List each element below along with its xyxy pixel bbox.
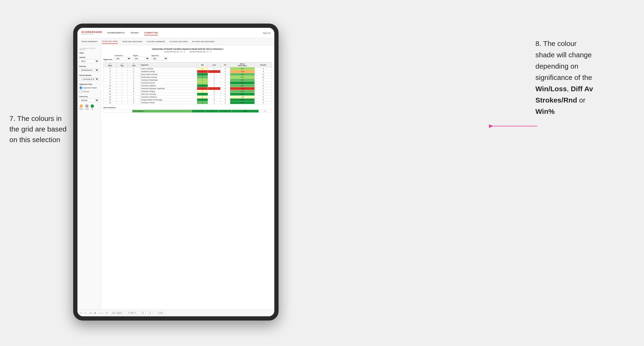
subnav-team-summary[interactable]: TEAM SUMMARY [81, 40, 98, 44]
sidebar-opponent-view-label: Opponent View [79, 83, 99, 85]
forward-icon[interactable]: ⟶ [89, 312, 92, 314]
cell-diff: 3.67 [230, 79, 254, 82]
cell-opponent: Vanderbilt University [140, 70, 197, 73]
sidebar-gender-select[interactable]: Men's [79, 59, 99, 63]
col-loss: Loss [208, 62, 220, 67]
sidebar-division-select[interactable]: NCAA Division I [79, 68, 99, 72]
table-row: 12 - 3 University of Virginia 1 2 0 2.33… [104, 90, 272, 93]
annotation-right: 8. The colourshade will changedepending … [536, 38, 634, 117]
sub-nav: TEAM SUMMARY TEAM H2H GRID TEAM H2H HEAT… [78, 38, 274, 45]
out-of-division-table: NCAA Division II 1 0 0 26.00 3 [104, 110, 272, 113]
cell-loss: 1 [208, 73, 220, 76]
cell-rounds: 9 [254, 67, 272, 70]
ood-reg [113, 110, 122, 113]
filter-conference-select[interactable]: (All) [114, 57, 131, 60]
subnav-team-h2h-heatmap[interactable]: TEAM H2H HEATMAP [122, 40, 142, 44]
color-legend: Down Level Up [79, 104, 99, 110]
table-row: 14 - 1 University of Oklahoma 2 1 0 -1.0… [104, 96, 272, 99]
overall-record: Overall Record: 89 - 17 - 0 [164, 51, 185, 53]
sign-out[interactable]: Sign out [263, 32, 270, 34]
ood-rounds: 3 [258, 110, 272, 113]
cell-opponent: University of Arizona [140, 82, 197, 84]
sidebar-colour-by-section: Colour by Win/loss [79, 95, 99, 102]
grid-icon: ⊞ [150, 312, 151, 314]
annotation-left-text: 7. The colours inthe grid are basedon th… [10, 115, 66, 144]
annotation-winpct: Win% [536, 108, 554, 115]
annotation-sep1: , [567, 85, 571, 93]
sidebar-gender-label: Gender [79, 56, 99, 58]
cell-tie: 0 [220, 67, 230, 70]
cell-tie: 0 [220, 73, 230, 76]
cell-loss: 0 [208, 82, 220, 84]
out-of-division: Out of division NCAA Division II 1 0 0 [104, 107, 272, 113]
cell-conf: 2 [128, 101, 140, 104]
cell-rounds: 8 [254, 84, 272, 87]
cell-rank: 4 [104, 73, 116, 76]
subnav-player-summary[interactable]: PLAYER SUMMARY [146, 40, 165, 44]
cell-tie: 0 [220, 79, 230, 82]
cell-win: 3 [197, 93, 208, 96]
sidebar-radio-group: Opponents Played Top 100 [79, 86, 99, 93]
table-row: 11 - 6 University of Arkansas, Fayettevi… [104, 87, 272, 90]
annotation-left: 7. The colours inthe grid are basedon th… [10, 113, 76, 145]
col-win: Win [197, 62, 208, 67]
cell-win: 1 [197, 79, 208, 82]
cell-opponent: University of Alabama [140, 84, 197, 87]
clock-icon[interactable]: ⏱ [106, 312, 108, 314]
cell-diff: 2.28 [230, 73, 254, 76]
filter-opponent-select[interactable]: (All) [151, 57, 168, 60]
cell-rounds: 12 [254, 76, 272, 79]
grid-btn[interactable]: ⊞ [148, 311, 153, 315]
cell-tie: 0 [220, 101, 230, 104]
sidebar-opponent-view-section: Opponent View Opponents Played Top 100 [79, 83, 99, 93]
cell-tie: 0 [220, 87, 230, 90]
cell-rank: 6 [104, 76, 116, 79]
subnav-player-h2h-heatmap[interactable]: PLAYER H2H HEATMAP [192, 40, 215, 44]
col-tie: Tie [220, 62, 230, 67]
out-of-division-label: Out of division [104, 107, 272, 109]
filter-region-select[interactable]: (All) [133, 57, 150, 60]
subnav-team-h2h-grid[interactable]: TEAM H2H GRID [102, 39, 118, 44]
cell-rank: 15 [104, 99, 116, 101]
redo-icon[interactable]: ↪ [84, 312, 86, 314]
data-table: #Rank #Reg #Conf Opponent Win Loss Tie D… [104, 62, 272, 104]
bottom-toolbar: ↩ ↪ ⟶ ⊞ —·— ⏱ View: Original 👁 Watch ▾ 💬… [78, 309, 274, 316]
undo-icon[interactable]: ↩ [80, 312, 82, 314]
grid-content: University of North Carolina Head-to-Hea… [101, 45, 274, 309]
table-row: 9 - 3 University of Arizona 1 0 0 9.00 2 [104, 82, 272, 84]
cell-conf: 1 [128, 73, 140, 76]
grid-title: University of North Carolina Head-to-Hea… [104, 48, 272, 50]
share-btn[interactable]: ↗ Share [155, 311, 165, 315]
sidebar: Last Updated: 27/03/2024 16:55:38 Team G… [78, 45, 101, 309]
cell-reg: - [116, 70, 128, 73]
watch-btn[interactable]: 👁 Watch ▾ [126, 311, 138, 315]
dash-icon[interactable]: —·— [98, 312, 104, 314]
sidebar-gender-section: Gender Men's [79, 56, 99, 63]
sidebar-school-section: School (Rank) 1. University of Nort... [79, 74, 99, 81]
annotation-or: or [577, 96, 586, 104]
legend-level-label: Level [85, 108, 89, 110]
cell-tie: 0 [220, 96, 230, 99]
comment-btn[interactable]: 💬 [140, 311, 146, 315]
annotation-left-number: 7. [10, 115, 15, 122]
sidebar-colour-by-select[interactable]: Win/loss [79, 99, 99, 102]
cell-diff: 1.67 [230, 67, 254, 70]
subnav-player-h2h-grid[interactable]: PLAYER H2H GRID [170, 40, 188, 44]
sidebar-radio-top100[interactable]: Top 100 [79, 90, 99, 93]
nav-teams[interactable]: TEAMS [130, 31, 138, 35]
cell-opponent: Arizona State University [140, 73, 197, 76]
table-row: 4 - 1 Arizona State University 5 1 0 2.2… [104, 73, 272, 76]
copy-icon[interactable]: ⊞ [94, 312, 96, 314]
annotation-right-text: 8. The colourshade will changedepending … [536, 40, 593, 115]
sidebar-radio-opponents-played[interactable]: Opponents Played [79, 86, 99, 89]
division-record: Division Record: 88 - 17 - 0 [190, 51, 211, 53]
nav-committee[interactable]: COMMITTEE [144, 31, 158, 35]
col-rounds: Rounds [254, 62, 272, 67]
cell-rounds: 3 [254, 87, 272, 90]
top-nav: SCOREBOARD Powered by clippd TOURNAMENTS… [78, 28, 274, 38]
logo-text: SCOREBOARD [81, 31, 102, 33]
sidebar-school-select[interactable]: 1. University of Nort... [79, 77, 99, 81]
nav-tournaments[interactable]: TOURNAMENTS [107, 31, 125, 35]
view-original-btn[interactable]: View: Original [110, 311, 124, 314]
cell-opponent: Texas Tech University [140, 93, 197, 96]
